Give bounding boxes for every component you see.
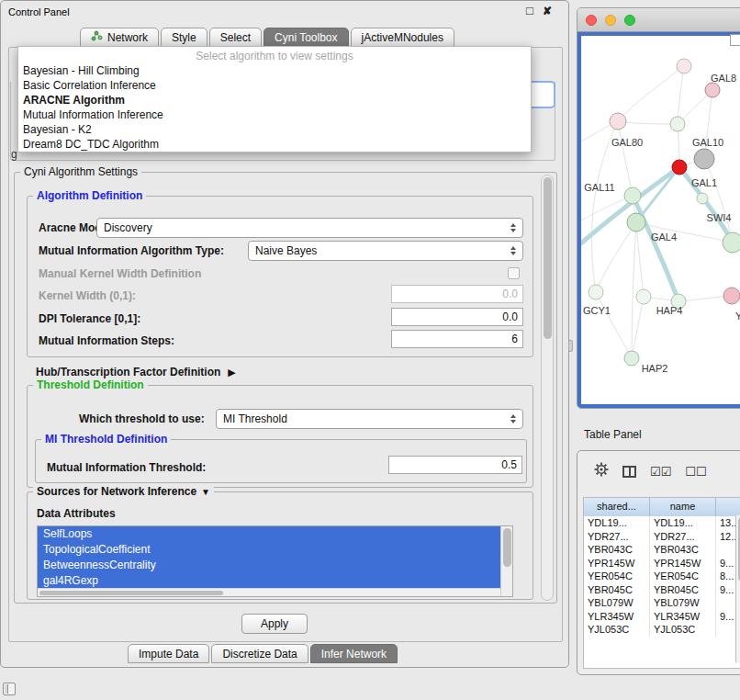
node-label: HAP2 — [642, 363, 668, 374]
node-label: GAL8 — [711, 73, 736, 84]
dropdown-item-dream8[interactable]: Dream8 DC_TDC Algorithm — [18, 137, 531, 152]
list-scrollbar-thumb[interactable] — [503, 528, 511, 567]
algorithm-dropdown-popup: Select algorithm to view settings Bayesi… — [17, 46, 532, 152]
kernel-width-field — [391, 285, 523, 303]
node-gal10[interactable] — [694, 149, 714, 169]
tab-impute-data[interactable]: Impute Data — [128, 644, 209, 663]
tab-select[interactable]: Select — [209, 28, 262, 47]
dpi-tolerance-label: DPI Tolerance [0,1]: — [39, 312, 140, 325]
table-row[interactable]: YER054CYER054C8... — [584, 570, 740, 583]
sources-group-title[interactable]: Sources for Network Inference ▼ — [33, 485, 214, 498]
dropdown-item-basic-correlation[interactable]: Basic Correlation Inference — [18, 78, 531, 93]
node[interactable] — [624, 351, 639, 366]
node-label: GCY1 — [583, 305, 611, 316]
float-window-icon[interactable]: □ — [526, 4, 533, 17]
table-row[interactable]: YDR27...YDR27...12... — [584, 530, 740, 544]
table-row[interactable]: YDL19...YDL19...13... — [584, 516, 740, 530]
tab-jactivemodules[interactable]: jActiveMNodules — [351, 28, 454, 47]
table-row[interactable]: YLR345WYLR345W9... — [584, 610, 740, 624]
list-hscrollbar-thumb[interactable] — [39, 591, 223, 595]
column-layout-icon[interactable] — [622, 466, 636, 478]
list-horizontal-scrollbar[interactable] — [38, 588, 500, 596]
settings-gear-icon[interactable] — [594, 462, 609, 480]
tab-style[interactable]: Style — [161, 28, 207, 47]
dropdown-item-aracne[interactable]: ARACNE Algorithm — [18, 93, 531, 107]
dropdown-item-bayesian-k2[interactable]: Bayesian - K2 — [18, 122, 531, 137]
table-vertical-scrollbar[interactable] — [735, 515, 740, 662]
obscured-label-fragment: g — [11, 148, 17, 161]
select-all-columns-icon[interactable]: ☑☑ — [650, 465, 671, 479]
list-item[interactable]: TopologicalCoefficient — [38, 542, 500, 558]
tab-network[interactable]: Network — [80, 28, 159, 47]
data-attributes-list: SelfLoops TopologicalCoefficient Between… — [37, 525, 513, 597]
node[interactable] — [670, 117, 685, 131]
combo-arrows-icon — [510, 414, 516, 423]
network-canvas[interactable]: GAL8 GAL80 GAL10 GAL11 GAL1 SWI4 GAL4 GC… — [577, 32, 740, 408]
algorithm-definition-group: Algorithm Definition Aracne Mode: Discov… — [27, 196, 533, 357]
table-toolbar: ☑☑ ☐☐ — [594, 462, 707, 480]
column-header-name[interactable]: name — [650, 498, 716, 516]
tab-cyni-toolbox[interactable]: Cyni Toolbox — [263, 28, 348, 47]
zoom-traffic-light-icon[interactable] — [624, 15, 635, 26]
table-row[interactable]: YJL053CYJL053C — [584, 623, 740, 637]
hub-section-toggle[interactable]: Hub/Transcription Factor Definition ▶ — [36, 366, 236, 378]
close-window-icon[interactable]: ✘ — [543, 5, 552, 17]
which-threshold-combo[interactable]: MI Threshold — [216, 409, 523, 429]
node[interactable] — [624, 187, 641, 204]
dropdown-item-bayesian-hill[interactable]: Bayesian - Hill Climbing — [18, 63, 531, 78]
aracne-mode-combo[interactable]: Discovery — [96, 218, 523, 238]
close-traffic-light-icon[interactable] — [586, 15, 597, 26]
node[interactable] — [705, 83, 720, 97]
mi-steps-label: Mutual Information Steps: — [39, 334, 174, 347]
mi-steps-field[interactable] — [391, 330, 523, 348]
node-gal4[interactable] — [627, 213, 645, 231]
list-item[interactable]: BetweennessCentrality — [38, 558, 500, 573]
table-row[interactable]: YBR045CYBR045C9... — [584, 583, 740, 597]
table-row[interactable]: YBL079WYBL079W — [584, 596, 740, 610]
mi-threshold-label: Mutual Information Threshold: — [47, 461, 206, 474]
apply-button[interactable]: Apply — [241, 614, 308, 634]
minimize-traffic-light-icon[interactable] — [605, 15, 616, 26]
node[interactable] — [610, 113, 626, 130]
threshold-definition-group: Threshold Definition Which threshold to … — [27, 385, 533, 488]
table-row[interactable]: YBR043CYBR043C — [584, 543, 740, 557]
tab-discretize-data[interactable]: Discretize Data — [211, 644, 308, 663]
tab-infer-network[interactable]: Infer Network — [310, 644, 398, 663]
node[interactable] — [697, 193, 708, 204]
settings-scrollbar[interactable] — [541, 175, 554, 601]
panel-dock-icon[interactable] — [3, 683, 16, 695]
node[interactable] — [677, 59, 691, 73]
mi-threshold-field[interactable] — [388, 456, 522, 474]
node-label: GAL4 — [651, 231, 677, 243]
node-selected-red[interactable] — [672, 160, 687, 175]
column-header-extra[interactable] — [716, 498, 740, 516]
node[interactable] — [723, 232, 740, 253]
table-header: shared... name — [584, 498, 740, 516]
network-window-titlebar[interactable] — [577, 8, 740, 32]
manual-kernel-label: Manual Kernel Width Definition — [39, 267, 201, 280]
list-vertical-scrollbar[interactable] — [500, 526, 512, 596]
column-header-shared-name[interactable]: shared... — [584, 498, 650, 516]
node-label: GAL1 — [691, 177, 717, 188]
network-view-window: GAL8 GAL80 GAL10 GAL11 GAL1 SWI4 GAL4 GC… — [577, 7, 740, 409]
birdseye-toggle-icon[interactable] — [730, 34, 740, 46]
hub-section-label: Hub/Transcription Factor Definition — [36, 366, 220, 378]
node[interactable] — [723, 288, 740, 304]
node-label: GAL80 — [611, 137, 643, 148]
table-row[interactable]: YPR145WYPR145W9... — [584, 557, 740, 570]
dpi-tolerance-field[interactable] — [391, 308, 523, 326]
deselect-all-columns-icon[interactable]: ☐☐ — [685, 465, 706, 479]
sources-group: Sources for Network Inference ▼ Data Att… — [27, 491, 533, 600]
bottom-tabs: Impute Data Discretize Data Infer Networ… — [128, 644, 398, 663]
network-graph: GAL8 GAL80 GAL10 GAL11 GAL1 SWI4 GAL4 GC… — [581, 36, 740, 406]
combo-arrows-icon — [510, 223, 516, 232]
node[interactable] — [636, 289, 651, 304]
list-item[interactable]: SelfLoops — [38, 526, 500, 542]
settings-scrollbar-thumb[interactable] — [544, 177, 552, 339]
list-item[interactable]: gal4RGexp — [38, 573, 500, 589]
splitter-handle[interactable] — [568, 340, 573, 352]
dropdown-placeholder: Select algorithm to view settings — [18, 49, 531, 63]
dropdown-item-mutual-information[interactable]: Mutual Information Inference — [18, 107, 531, 122]
node[interactable] — [589, 285, 603, 299]
mi-type-combo[interactable]: Naive Bayes — [248, 241, 523, 261]
